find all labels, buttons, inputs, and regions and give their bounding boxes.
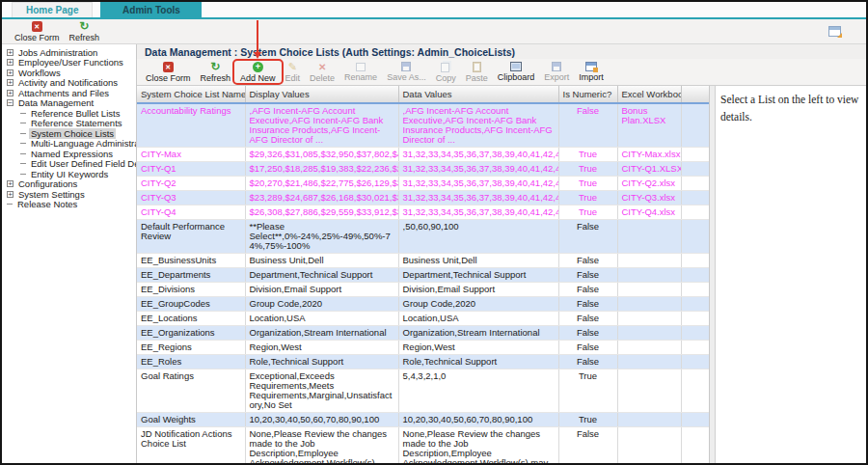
cell-workbook: CITY-Q1.XLSX (617, 162, 681, 177)
column-header-display-values[interactable]: Display Values (245, 86, 398, 103)
export-label: Export (544, 72, 569, 82)
tree-dash-icon (20, 133, 26, 134)
cell-display: None,Please Review the changes made to t… (245, 427, 398, 464)
sidebar-item-label: System Settings (16, 189, 87, 200)
grid-row-city-q4[interactable]: CITY-Q4$26,308,$27,886,$29,559,$33,912,$… (137, 205, 710, 220)
edit-label: Edit (285, 73, 301, 83)
cell-numeric: True (558, 191, 617, 205)
popout-window-icon[interactable] (828, 26, 841, 37)
sidebar-item-system-settings[interactable]: +System Settings (2, 189, 136, 200)
cell-workbook: CITY-Max.xlsx (617, 148, 681, 162)
window-close-form-button[interactable]: Close Form (10, 20, 65, 43)
sidebar-item-multi-language-administration[interactable]: Multi-Language Administration (2, 139, 136, 150)
grid-row-accountability-ratings[interactable]: Accountability Ratings,AFG Incent-AFG Ac… (137, 103, 710, 148)
cell-data: Business Unit,Dell (398, 254, 558, 268)
expand-icon[interactable]: + (7, 180, 14, 187)
cell-numeric: True (558, 369, 617, 413)
cell-filler (681, 355, 710, 369)
sidebar-item-activity-and-notifications[interactable]: +Activity and Notifications (2, 78, 136, 89)
expand-icon[interactable]: + (7, 59, 14, 66)
grid-row-ee-groupcodes[interactable]: EE_GroupCodesGroup Code,2020Group Code,2… (137, 297, 710, 312)
copy-label: Copy (436, 73, 456, 83)
cell-display: $26,308,$27,886,$29,559,$33,912,$38,997,… (245, 205, 398, 220)
expand-icon[interactable]: + (7, 79, 14, 86)
column-header-excel-workbook[interactable]: Excel Workbook (617, 86, 681, 103)
tab-admin-tools[interactable]: Admin Tools (100, 2, 202, 17)
cell-display: Exceptional,Exceeds Requirements,Meets R… (245, 369, 398, 413)
sidebar-item-system-choice-lists[interactable]: System Choice Lists (2, 128, 136, 139)
tab-home-page[interactable]: Home Page (12, 2, 93, 17)
cell-data: 31,32,33,34,35,36,37,38,39,40,41,42,43,4… (398, 148, 558, 162)
cell-workbook (617, 312, 681, 326)
cell-numeric: False (558, 297, 617, 312)
grid-row-goal-ratings[interactable]: Goal RatingsExceptional,Exceeds Requirem… (137, 369, 710, 413)
cell-workbook (617, 326, 681, 341)
cell-workbook (617, 413, 681, 427)
expand-icon[interactable]: + (7, 90, 14, 96)
grid-row-ee-organizations[interactable]: EE_OrganizationsOrganization,Stream Inte… (137, 326, 710, 341)
grid-row-city-max[interactable]: CITY-Max$29,326,$31,085,$32,950,$37,802,… (137, 148, 710, 162)
clipboard-icon (510, 62, 522, 71)
tree-dash-icon (20, 113, 26, 114)
tree-dash-icon (20, 174, 26, 175)
cell-name: CITY-Max (137, 148, 245, 162)
import-button[interactable]: Import (574, 61, 609, 83)
add-new-icon (253, 62, 263, 72)
grid-row-goal-weights[interactable]: Goal Weights10,20,30,40,50,60,70,80,90,1… (137, 413, 710, 427)
grid-row-ee-departments[interactable]: EE_DepartmentsDepartment,Technical Suppo… (137, 268, 710, 283)
cell-data: 5,4,3,2,1,0 (398, 369, 558, 413)
cell-filler (681, 177, 710, 191)
cell-display: Organization,Stream International (245, 326, 398, 341)
tab-home-page-label: Home Page (26, 5, 78, 15)
refresh-button[interactable]: Refresh (196, 61, 236, 84)
grid-row-ee-roles[interactable]: EE_RolesRole,Technical SupportRole,Techn… (137, 355, 710, 369)
cell-display: Department,Technical Support (245, 268, 398, 283)
add-new-button[interactable]: Add New (235, 61, 281, 84)
sidebar-item-named-expressions[interactable]: Named Expressions (2, 149, 136, 159)
grid-row-ee-regions[interactable]: EE_RegionsRegion,WestRegion,WestFalse (137, 341, 710, 355)
grid-row-ee-locations[interactable]: EE_LocationsLocation,USALocation,USAFals… (137, 312, 710, 326)
annotation-arrow-head (254, 52, 261, 63)
sidebar-item-reference-bullet-lists[interactable]: Reference Bullet Lists (2, 108, 136, 119)
cell-workbook (617, 369, 681, 413)
cell-data: 31,32,33,34,35,36,37,38,39,40,41,42,43,4… (398, 205, 558, 220)
sidebar-item-configurations[interactable]: +Configurations (2, 179, 136, 190)
sidebar-item-employee-user-functions[interactable]: +Employee/User Functions (2, 58, 136, 68)
collapse-icon[interactable]: − (7, 99, 14, 106)
sidebar-item-attachments-and-files[interactable]: +Attachments and Files (2, 88, 136, 98)
cell-data: 31,32,33,34,35,36,37,38,39,40,41,42,43,4… (398, 177, 558, 191)
sidebar-item-entity-ui-keywords[interactable]: Entity UI Keywords (2, 169, 136, 179)
main-content: System Choice List NameDisplay ValuesDat… (137, 86, 866, 463)
grid-row-city-q1[interactable]: CITY-Q1$17,250,$18,285,$19,383,$22,236,$… (137, 162, 710, 177)
expand-icon[interactable]: + (7, 49, 14, 56)
sidebar-item-label: Configurations (16, 178, 79, 189)
sidebar-item-jobs-administration[interactable]: +Jobs Administration (2, 47, 136, 58)
window-toolbar: Close Form Refresh (2, 19, 866, 44)
grid-row-ee-divisions[interactable]: EE_DivisionsDivision,Email SupportDivisi… (137, 283, 710, 297)
cell-data: ,AFG Incent-AFG Account Executive,AFG In… (398, 103, 558, 148)
clipboard-button[interactable]: Clipboard (493, 61, 540, 83)
choice-list-grid-container: System Choice List NameDisplay ValuesDat… (137, 86, 710, 463)
sidebar-item-release-notes[interactable]: Release Notes (2, 200, 136, 210)
sidebar-item-label: Entity UI Keywords (29, 169, 110, 179)
cell-numeric: True (558, 148, 617, 162)
sidebar-item-workflows[interactable]: +Workflows (2, 68, 136, 78)
grid-row-city-q3[interactable]: CITY-Q3$23,289,$24,687,$26,168,$30,021,$… (137, 191, 710, 205)
grid-row-ee-businessunits[interactable]: EE_BusinessUnitsBusiness Unit,DellBusine… (137, 254, 710, 268)
expand-icon[interactable]: + (7, 69, 14, 76)
window-refresh-button[interactable]: Refresh (65, 20, 105, 43)
sidebar-item-reference-statements[interactable]: Reference Statements (2, 119, 136, 129)
sidebar-item-edit-user-defined-field-definitions[interactable]: Edit User Defined Field Definitions (2, 159, 136, 170)
expand-icon[interactable]: + (7, 191, 14, 198)
grid-row-jd-notification-actions-choice-list[interactable]: JD Notification Actions Choice ListNone,… (137, 427, 710, 464)
column-header-system-choice-list-name[interactable]: System Choice List Name (137, 86, 245, 103)
grid-row-default-performance-review[interactable]: Default Performance Review**Please Selec… (137, 220, 710, 254)
cell-data: Location,USA (398, 312, 558, 326)
grid-row-city-q2[interactable]: CITY-Q2$20,270,$21,486,$22,775,$26,129,$… (137, 177, 710, 191)
column-header-data-values[interactable]: Data Values (398, 86, 558, 103)
sidebar-item-data-management[interactable]: −Data Management (2, 98, 136, 109)
column-header-is-numeric-[interactable]: Is Numeric? (558, 86, 617, 103)
cell-display: 10,20,30,40,50,60,70,80,90,100 (245, 413, 398, 427)
export-icon (552, 62, 561, 71)
close-form-button[interactable]: Close Form (141, 61, 196, 84)
